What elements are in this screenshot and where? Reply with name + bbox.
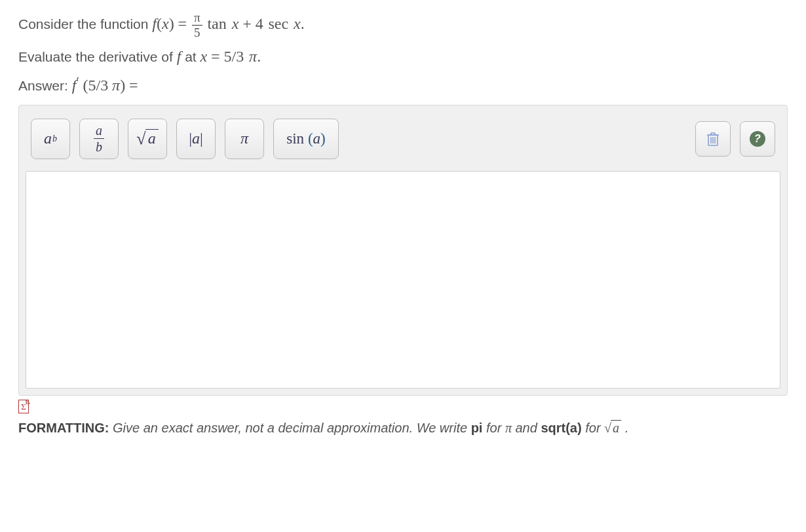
sqrt-code: sqrt(a) [541, 421, 581, 435]
math-prime: ′ [76, 75, 79, 89]
formatting-note: FORMATTING: Give an exact answer, not a … [18, 421, 788, 436]
help-button[interactable]: ? [740, 121, 775, 157]
sqrt-arg: a [145, 129, 159, 147]
exp-base: a [44, 130, 52, 147]
math-pi: π [249, 48, 257, 65]
math-toolbar: ab a b √a |a| π sin (a) [19, 105, 787, 171]
svg-text:?: ? [754, 133, 761, 144]
fraction-button[interactable]: a b [79, 119, 119, 159]
math-val: 5/3 [88, 77, 109, 94]
fraction-numerator: π [192, 10, 202, 26]
formatting-label: FORMATTING: [18, 421, 109, 435]
math-f: f [152, 15, 157, 32]
math-paren: ) [169, 15, 174, 32]
sqrt-symbol: √a [604, 421, 621, 435]
svg-text:Σ: Σ [21, 402, 26, 411]
math-eq: = [178, 15, 191, 32]
text: for [486, 421, 505, 435]
pi-code: pi [471, 421, 483, 435]
sigma-page-icon: Σ [18, 400, 30, 414]
math-eq: = [211, 48, 224, 65]
clear-button[interactable] [695, 121, 731, 157]
pi-symbol: π [505, 421, 512, 435]
exp-sup: b [52, 134, 57, 144]
equation-editor-toggle[interactable]: Σ [18, 400, 788, 417]
math-f: f [177, 48, 182, 65]
math-x: x [162, 15, 169, 32]
math-plus: + [242, 15, 256, 32]
problem-line-1: Consider the function f(x) = π 5 tan x +… [18, 10, 788, 40]
frac-num: a [94, 123, 104, 139]
abs-arg: a [192, 130, 200, 147]
math-editor-panel: ab a b √a |a| π sin (a) [18, 105, 788, 396]
math-val: 5/3 [224, 48, 244, 65]
math-x: x [201, 48, 208, 65]
abs-button[interactable]: |a| [176, 119, 216, 159]
math-eq: = [129, 77, 138, 94]
math-pi: π [112, 77, 120, 94]
period: . [301, 15, 305, 32]
problem-line-3: Answer: f′ (5/3 π) = [18, 73, 788, 98]
text: Give an exact answer, not a decimal appr… [113, 421, 471, 435]
math-4: 4 [256, 15, 263, 32]
text: at [185, 49, 200, 64]
help-icon: ? [748, 130, 767, 148]
math-paren: ) [120, 77, 125, 94]
math-paren: ( [157, 15, 162, 32]
sin-label: sin [286, 130, 304, 147]
fraction-denominator: 5 [192, 26, 202, 40]
text: and [515, 421, 541, 435]
period: . [257, 48, 261, 65]
math-tan: tan [207, 15, 226, 32]
problem-line-2: Evaluate the derivative of f at x = 5/3 … [18, 44, 788, 69]
pi-icon: π [240, 130, 248, 147]
exponent-button[interactable]: ab [31, 119, 70, 159]
pi-button[interactable]: π [225, 119, 264, 159]
trash-icon [704, 130, 721, 148]
text: for [585, 421, 604, 435]
math-sec: sec [269, 15, 289, 32]
text: Evaluate the derivative of [18, 49, 177, 64]
math-x: x [232, 15, 239, 32]
sqrt-button[interactable]: √a [128, 119, 167, 159]
period: . [625, 421, 629, 435]
math-x: x [294, 15, 301, 32]
answer-input[interactable] [26, 171, 780, 389]
trig-button[interactable]: sin (a) [273, 119, 339, 159]
text: Consider the function [18, 16, 152, 31]
sqrt-arg: a [611, 420, 621, 435]
radical-icon: √ [136, 129, 145, 149]
frac-den: b [94, 139, 104, 155]
sin-arg: a [313, 130, 321, 147]
text: Answer: [18, 78, 72, 93]
math-fraction: π 5 [191, 10, 204, 40]
math-paren: ( [83, 77, 88, 94]
